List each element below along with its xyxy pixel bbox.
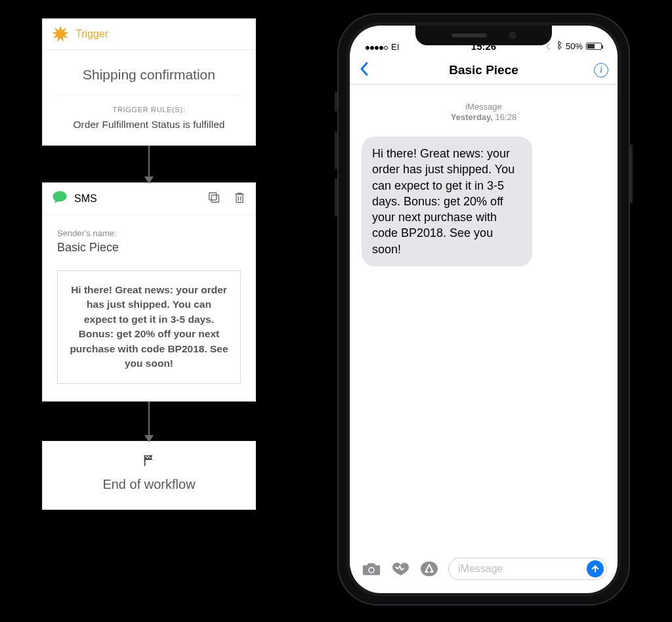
workflow-column: Trigger Shipping confirmation TRIGGER RU… xyxy=(42,18,256,510)
message-input-bar: iMessage xyxy=(350,552,618,585)
phone-power-button xyxy=(630,144,633,203)
carrier-label: EI xyxy=(391,42,399,52)
svg-rect-3 xyxy=(236,194,243,203)
phone-screen: EI 15:26 ☾ 50% xyxy=(350,26,618,593)
trigger-card-body: Shipping confirmation TRIGGER RULE(S): O… xyxy=(43,50,255,145)
sender-name: Basic Piece xyxy=(57,241,241,255)
svg-rect-1 xyxy=(211,195,219,202)
delete-button[interactable] xyxy=(233,190,246,207)
sms-message-preview[interactable]: Hi there! Great news: your order has jus… xyxy=(57,270,241,384)
trigger-title: Shipping confirmation xyxy=(57,62,241,94)
svg-rect-5 xyxy=(148,455,150,457)
nav-bar: Basic Piece i xyxy=(350,56,618,85)
sender-label: Sender's name: xyxy=(57,228,241,238)
battery-percent: 50% xyxy=(566,41,583,51)
sms-card[interactable]: SMS Sender's name: Basic Piece xyxy=(42,182,256,402)
trigger-rule: Order Fulfillment Status is fulfilled xyxy=(57,119,241,131)
sms-card-body: Sender's name: Basic Piece Hi there! Gre… xyxy=(43,215,255,401)
phone-volume-down xyxy=(335,178,337,217)
message-timestamp: iMessage Yesterday, 16:28 xyxy=(362,102,606,122)
info-button[interactable]: i xyxy=(594,63,608,77)
signal-icon xyxy=(366,42,388,52)
digital-touch-icon[interactable] xyxy=(390,560,410,577)
end-of-workflow-label: End of workflow xyxy=(56,477,242,492)
conversation-title: Basic Piece xyxy=(449,63,518,77)
arrow-down-icon xyxy=(148,146,150,182)
trigger-rules-label: TRIGGER RULE(S): xyxy=(57,106,241,114)
sms-bubble-icon xyxy=(52,190,68,208)
do-not-disturb-icon: ☾ xyxy=(546,42,553,51)
app-store-icon[interactable] xyxy=(419,560,439,577)
svg-point-10 xyxy=(421,562,438,576)
svg-marker-0 xyxy=(52,26,69,42)
svg-point-9 xyxy=(369,568,373,572)
trigger-card-header: Trigger xyxy=(43,19,255,50)
flag-icon xyxy=(142,459,156,470)
chat-area: iMessage Yesterday, 16:28 Hi there! Grea… xyxy=(350,85,618,266)
battery-icon xyxy=(586,43,602,50)
copy-button[interactable] xyxy=(207,190,221,207)
message-input-placeholder: iMessage xyxy=(458,563,503,575)
end-card: End of workflow xyxy=(42,441,256,510)
bluetooth-icon xyxy=(556,41,562,52)
phone-mute-switch xyxy=(335,92,337,112)
phone-volume-up xyxy=(335,131,337,169)
message-input[interactable]: iMessage xyxy=(448,558,607,580)
svg-rect-4 xyxy=(146,455,147,457)
trigger-burst-icon xyxy=(52,26,69,43)
phone-mockup: EI 15:26 ☾ 50% xyxy=(337,13,630,606)
sms-card-header: SMS xyxy=(43,183,255,215)
incoming-message-bubble[interactable]: Hi there! Great news: your order has jus… xyxy=(362,136,532,266)
phone-notch xyxy=(415,26,552,45)
camera-icon[interactable] xyxy=(362,561,381,577)
arrow-down-icon xyxy=(148,402,150,441)
trigger-header-label: Trigger xyxy=(75,28,108,40)
send-button[interactable] xyxy=(587,560,604,577)
svg-rect-2 xyxy=(209,193,217,200)
trigger-card[interactable]: Trigger Shipping confirmation TRIGGER RU… xyxy=(42,18,256,146)
back-button[interactable] xyxy=(359,61,369,79)
svg-rect-7 xyxy=(150,457,151,458)
svg-rect-6 xyxy=(147,457,148,458)
divider xyxy=(57,94,241,95)
sms-header-label: SMS xyxy=(74,193,97,205)
